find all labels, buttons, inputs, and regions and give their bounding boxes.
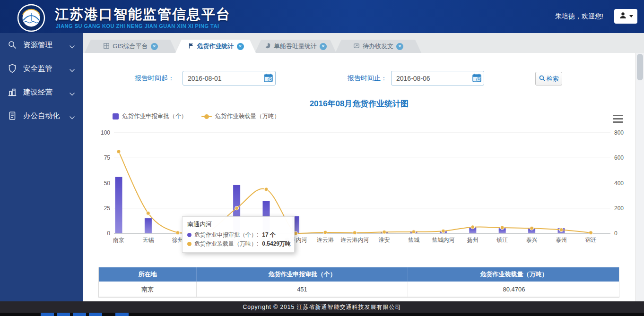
chart-title: 2016年08月危货作业统计图 [83, 98, 635, 109]
tab-dangerous-cargo-stats[interactable]: 危货作业统计 [175, 40, 256, 53]
sidebar-item-construction[interactable]: 建设经营 [0, 80, 83, 104]
svg-text:600: 600 [614, 154, 624, 161]
copyright-text: Copyright © 2015 江苏省新通智能交通科技发展有限公司 [243, 304, 401, 310]
svg-text:淮安: 淮安 [379, 237, 390, 243]
calendar-icon[interactable] [263, 72, 274, 84]
chart-tooltip: 南通内河 危货作业申报审批（个）: 17 个 危货作业装载量（万吨）: 0.54… [182, 216, 295, 253]
table-header-cell: 危货作业装载量（万吨） [408, 267, 620, 282]
app-logo [17, 4, 45, 32]
vertical-scrollbar[interactable] [635, 53, 644, 301]
svg-text:南京: 南京 [113, 237, 124, 243]
sidebar-item-label: 办公自动化 [23, 111, 69, 121]
table-header-cell: 危货作业申报审批（个） [197, 267, 408, 282]
tab-label: 单船吞吐量统计 [274, 42, 317, 51]
tooltip-row: 危货作业装载量（万吨）: 0.5429万吨 [187, 239, 289, 248]
report-start-label: 报告时间起： [135, 74, 174, 83]
sidebar-item-resources[interactable]: 资源管理 [0, 33, 83, 57]
tooltip-label: 危货作业申报审批（个）: [194, 231, 258, 239]
flag-icon [188, 43, 194, 51]
sidebar-item-safety[interactable]: 安全监管 [0, 57, 83, 80]
svg-text:100: 100 [101, 129, 110, 136]
resource-icon [7, 39, 18, 51]
sidebar-item-label: 资源管理 [23, 40, 69, 50]
legend-label: 危货作业申报审批（个） [122, 112, 187, 120]
legend-item-bar[interactable]: 危货作业申报审批（个） [113, 112, 187, 120]
line-series-marker [201, 116, 212, 117]
svg-text:连云港内河: 连云港内河 [340, 237, 369, 243]
statistics-table: 所在地 危货作业申报审批（个） 危货作业装载量（万吨） 南京 451 80.47… [98, 267, 619, 298]
tab-gis-platform[interactable]: GIS综合平台 [85, 40, 176, 53]
pie-icon [264, 43, 271, 51]
close-icon[interactable] [151, 43, 158, 50]
app-header: 江苏港口智能监管信息平台 JIANG SU GANG KOU ZHI NENG … [0, 0, 644, 33]
send-icon [353, 43, 360, 51]
chart-legend: 危货作业申报审批（个） 危货作业装载量（万吨） [113, 112, 280, 120]
tab-label: 待办收发文 [363, 42, 393, 51]
svg-text:泰州: 泰州 [556, 237, 567, 243]
report-end-input[interactable] [391, 71, 484, 85]
svg-text:0: 0 [107, 230, 110, 237]
page-title: 江苏港口智能监管信息平台 [55, 5, 231, 24]
bar-series-marker [113, 113, 119, 120]
welcome-text: 朱培德，欢迎您! [555, 12, 603, 21]
svg-text:50: 50 [104, 180, 111, 187]
legend-label: 危货作业装载量（万吨） [215, 112, 280, 120]
sidebar: 资源管理 安全监管 建设经营 办公自动化 [0, 33, 83, 301]
report-end-label: 报告时间止： [348, 74, 387, 83]
calendar-icon[interactable] [471, 72, 483, 84]
table-cell: 451 [197, 282, 408, 297]
tab-bar: GIS综合平台 危货作业统计 单船吞吐量统计 待办收发文 [83, 33, 644, 53]
tab-label: 危货作业统计 [197, 42, 234, 51]
table-cell: 南京 [99, 282, 197, 297]
line-series-dot-icon [187, 242, 191, 246]
table-row: 南京 451 80.4706 [99, 282, 619, 297]
svg-text:无锡: 无锡 [142, 237, 154, 243]
close-icon[interactable] [320, 43, 327, 50]
tooltip-value: 0.5429万吨 [262, 239, 291, 248]
search-icon [539, 75, 545, 83]
tab-label: GIS综合平台 [113, 42, 148, 51]
tab-ship-throughput-stats[interactable]: 单船吞吐量统计 [255, 40, 336, 53]
sidebar-item-label: 安全监管 [23, 64, 69, 74]
gis-icon [103, 43, 110, 51]
page-subtitle: JIANG SU GANG KOU ZHI NENG JIAN GUAN XIN… [56, 23, 219, 29]
chart-menu-icon[interactable] [613, 115, 623, 125]
svg-text:0: 0 [614, 230, 618, 237]
svg-text:连云港: 连云港 [317, 237, 334, 243]
report-start-input[interactable] [183, 71, 276, 85]
tab-pending-documents[interactable]: 待办收发文 [335, 40, 421, 53]
svg-text:800: 800 [614, 129, 624, 136]
table-cell: 80.4706 [408, 282, 620, 297]
svg-text:盐城内河: 盐城内河 [432, 237, 454, 243]
shield-icon [7, 63, 18, 74]
scrollbar-thumb[interactable] [637, 54, 643, 80]
svg-text:400: 400 [614, 180, 624, 187]
close-icon[interactable] [396, 43, 403, 50]
chevron-down-icon [69, 66, 76, 71]
table-header-row: 所在地 危货作业申报审批（个） 危货作业装载量（万吨） [99, 267, 619, 282]
svg-text:200: 200 [614, 205, 624, 212]
table-header-cell: 所在地 [99, 267, 197, 282]
sidebar-item-label: 建设经营 [23, 87, 69, 97]
svg-text:75: 75 [104, 154, 111, 161]
search-button[interactable]: 检索 [535, 72, 562, 85]
taskbar-strip [0, 313, 644, 316]
user-icon [619, 11, 627, 21]
tooltip-value: 17 个 [262, 231, 276, 239]
close-icon[interactable] [237, 43, 244, 50]
tooltip-title: 南通内河 [187, 220, 289, 229]
caret-down-icon [629, 15, 633, 17]
legend-item-line[interactable]: 危货作业装载量（万吨） [201, 112, 280, 120]
sidebar-item-office-automation[interactable]: 办公自动化 [0, 104, 83, 128]
main-content: 报告时间起： 报告时间止： 检索 2016年08月危货作业统计图 危货作业申报审… [83, 53, 635, 301]
tooltip-row: 危货作业申报审批（个）: 17 个 [187, 231, 289, 239]
office-automation-icon [7, 110, 18, 121]
svg-text:25: 25 [104, 205, 111, 212]
statistics-chart[interactable]: 02550751000200400600800南京无锡徐州常州苏州南通南通内河连… [97, 125, 631, 256]
construction-icon [7, 86, 18, 98]
svg-text:镇江: 镇江 [496, 237, 508, 243]
svg-text:泰兴: 泰兴 [526, 237, 538, 243]
search-button-label: 检索 [547, 75, 559, 83]
tooltip-label: 危货作业装载量（万吨）: [194, 239, 258, 248]
user-menu-button[interactable] [614, 9, 637, 24]
